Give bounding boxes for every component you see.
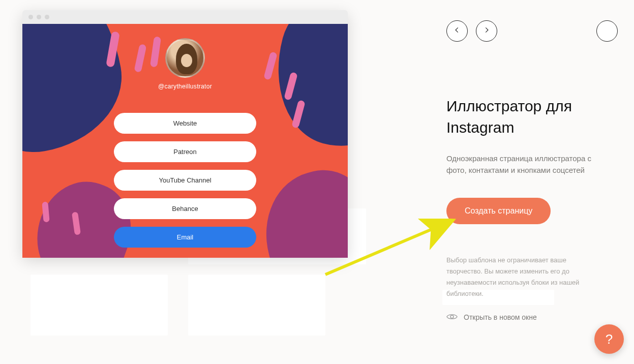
help-button[interactable]: ? (594, 324, 624, 354)
eye-icon (446, 313, 458, 322)
link-behance[interactable]: Behance (114, 198, 256, 219)
template-preview: @carytheillustrator Website Patreon YouT… (22, 24, 348, 258)
open-new-window-link[interactable]: Открыть в новом окне (446, 313, 604, 322)
template-note: Выбор шаблона не ограничивает ваше творч… (446, 255, 604, 299)
chevron-right-icon (483, 26, 490, 36)
window-dots (22, 10, 348, 24)
prev-button[interactable] (446, 20, 468, 42)
help-icon: ? (606, 331, 613, 347)
close-button[interactable] (596, 20, 618, 42)
link-youtube[interactable]: YouTube Channel (114, 170, 256, 191)
background-card (31, 275, 168, 336)
link-patreon[interactable]: Patreon (114, 141, 256, 162)
template-description: Одноэкранная страница иллюстратора с фот… (446, 153, 604, 176)
open-new-window-label: Открыть в новом окне (464, 313, 537, 321)
next-button[interactable] (476, 20, 497, 42)
link-website[interactable]: Website (114, 113, 256, 134)
link-buttons: Website Patreon YouTube Channel Behance … (114, 113, 256, 248)
chevron-left-icon (454, 26, 461, 36)
background-card (188, 275, 325, 336)
svg-point-2 (450, 315, 454, 318)
create-page-button[interactable]: Создать страницу (446, 198, 551, 224)
template-title: Иллюстратор для Instagram (446, 96, 604, 138)
profile-block: @carytheillustrator (158, 38, 212, 90)
link-email[interactable]: Email (114, 227, 256, 248)
avatar (165, 38, 205, 78)
template-info-panel: Иллюстратор для Instagram Одноэкранная с… (446, 96, 604, 322)
template-preview-window: @carytheillustrator Website Patreon YouT… (22, 10, 348, 257)
profile-handle: @carytheillustrator (158, 83, 212, 90)
